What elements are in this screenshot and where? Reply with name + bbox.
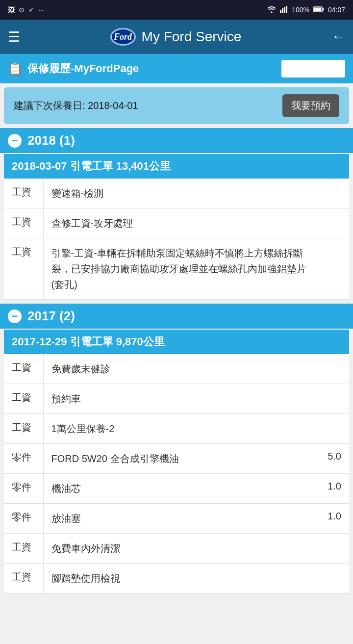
description-cell: 腳踏墊使用檢視 <box>43 564 315 593</box>
settings-icon: ⊙ <box>19 6 25 14</box>
battery-icon <box>313 6 324 14</box>
quantity-cell <box>315 564 349 593</box>
check-icon: ✓ <box>28 6 34 14</box>
category-cell: 工資 <box>4 564 43 593</box>
description-cell: 放油塞 <box>43 504 315 534</box>
year-2017-title: 2017 (2) <box>27 309 75 324</box>
table-row: 工資 腳踏墊使用檢視 <box>4 564 349 593</box>
collapse-2018-button[interactable]: − <box>8 134 22 148</box>
record-2018-03-07-title: 2018-03-07 引電工單 13,401公里 <box>12 160 171 172</box>
recommendation-bar: 建議下次保養日: 2018-04-01 我要預約 <box>4 87 349 124</box>
table-row: 工資 引擎-工資-車輛在拆輔助泵固定螺絲時不慎將上方螺絲拆斷裂，已安排協力廠商協… <box>4 238 349 300</box>
quantity-cell: 1.0 <box>315 474 349 504</box>
page-header: 📋 保修履歷-MyFordPage <box>0 54 353 83</box>
description-cell: 1萬公里保養-2 <box>43 414 315 444</box>
table-row: 工資 免費車內外清潔 <box>4 534 349 564</box>
table-row: 工資 1萬公里保養-2 <box>4 414 349 444</box>
quantity-cell: 5.0 <box>315 444 349 474</box>
record-2017-12-29-header: 2017-12-29 引電工單 9,870公里 <box>4 330 349 354</box>
category-cell: 工資 <box>4 208 43 238</box>
page-header-input[interactable] <box>281 60 345 77</box>
year-section-2018: − 2018 (1) 2018-03-07 引電工單 13,401公里 工資 變… <box>0 128 353 300</box>
category-cell: 零件 <box>4 504 43 534</box>
battery-status: 100% <box>292 6 309 14</box>
description-cell: 預約車 <box>43 384 315 414</box>
table-row: 零件 機油芯 1.0 <box>4 474 349 504</box>
year-2017-header: − 2017 (2) <box>0 304 353 329</box>
description-cell: 機油芯 <box>43 474 315 504</box>
category-cell: 工資 <box>4 238 43 300</box>
category-cell: 工資 <box>4 384 43 414</box>
quantity-cell <box>315 534 349 564</box>
ford-logo: Ford <box>110 28 136 46</box>
service-table-2017: 工資 免費歲末健診 工資 預約車 工資 1萬公里保養-2 零件 FORD 5W2… <box>4 354 349 593</box>
year-2018-header: − 2018 (1) <box>0 128 353 153</box>
record-2018-03-07-header: 2018-03-07 引電工單 13,401公里 <box>4 154 349 179</box>
status-bar-right: 100% 04:07 <box>267 6 345 14</box>
signal-icon <box>280 6 288 14</box>
quantity-cell <box>315 208 349 238</box>
time-display: 04:07 <box>328 6 345 14</box>
category-cell: 工資 <box>4 414 43 444</box>
quantity-cell <box>315 179 349 208</box>
description-cell: FORD 5W20 全合成引擎機油 <box>43 444 315 474</box>
year-section-2017: − 2017 (2) 2017-12-29 引電工單 9,870公里 工資 免費… <box>0 304 353 593</box>
svg-rect-0 <box>280 10 281 13</box>
page-header-title: 保修履歷-MyFordPage <box>27 61 277 76</box>
content-area: − 2018 (1) 2018-03-07 引電工單 13,401公里 工資 變… <box>0 128 353 593</box>
svg-rect-1 <box>282 8 283 13</box>
recommendation-text: 建議下次保養日: 2018-04-01 <box>14 99 138 112</box>
category-cell: 工資 <box>4 354 43 384</box>
quantity-cell: 1.0 <box>315 504 349 534</box>
status-bar: 🖼 ⊙ ✓ ··· 100% 04:07 <box>0 0 353 20</box>
category-cell: 零件 <box>4 444 43 474</box>
quantity-cell <box>315 354 349 384</box>
category-cell: 工資 <box>4 179 43 208</box>
table-row: 工資 免費歲末健診 <box>4 354 349 384</box>
description-cell: 查修工資-攻牙處理 <box>43 208 315 238</box>
year-2018-title: 2018 (1) <box>27 133 75 148</box>
description-cell: 免費車內外清潔 <box>43 534 315 564</box>
collapse-2017-button[interactable]: − <box>8 309 22 323</box>
svg-rect-2 <box>284 7 285 13</box>
page-header-icon: 📋 <box>8 62 23 76</box>
table-row: 工資 變速箱-檢測 <box>4 179 349 208</box>
nav-bar-center: Ford My Ford Service <box>110 28 242 46</box>
back-button[interactable]: ← <box>331 29 345 45</box>
svg-rect-3 <box>286 6 287 13</box>
appointment-button[interactable]: 我要預約 <box>282 94 339 117</box>
wifi-icon <box>267 6 276 14</box>
more-icon: ··· <box>38 6 44 14</box>
table-row: 工資 預約車 <box>4 384 349 414</box>
svg-rect-5 <box>314 8 321 11</box>
category-cell: 工資 <box>4 534 43 564</box>
svg-rect-6 <box>323 8 324 11</box>
image-icon: 🖼 <box>8 6 15 14</box>
quantity-cell <box>315 384 349 414</box>
service-table-2018: 工資 變速箱-檢測 工資 查修工資-攻牙處理 工資 引擎-工資-車輛在拆輔助泵固… <box>4 179 349 300</box>
quantity-cell <box>315 238 349 300</box>
status-bar-left: 🖼 ⊙ ✓ ··· <box>8 6 44 14</box>
description-cell: 變速箱-檢測 <box>43 179 315 208</box>
category-cell: 零件 <box>4 474 43 504</box>
description-cell: 免費歲末健診 <box>43 354 315 384</box>
menu-button[interactable]: ☰ <box>8 29 20 45</box>
table-row: 零件 放油塞 1.0 <box>4 504 349 534</box>
quantity-cell <box>315 414 349 444</box>
table-row: 工資 查修工資-攻牙處理 <box>4 208 349 238</box>
nav-bar: ☰ Ford My Ford Service ← <box>0 20 353 54</box>
table-row: 零件 FORD 5W20 全合成引擎機油 5.0 <box>4 444 349 474</box>
record-2017-12-29-title: 2017-12-29 引電工單 9,870公里 <box>12 335 165 348</box>
description-cell: 引擎-工資-車輛在拆輔助泵固定螺絲時不慎將上方螺絲拆斷裂，已安排協力廠商協助攻牙… <box>43 238 315 300</box>
nav-title: My Ford Service <box>142 29 242 45</box>
